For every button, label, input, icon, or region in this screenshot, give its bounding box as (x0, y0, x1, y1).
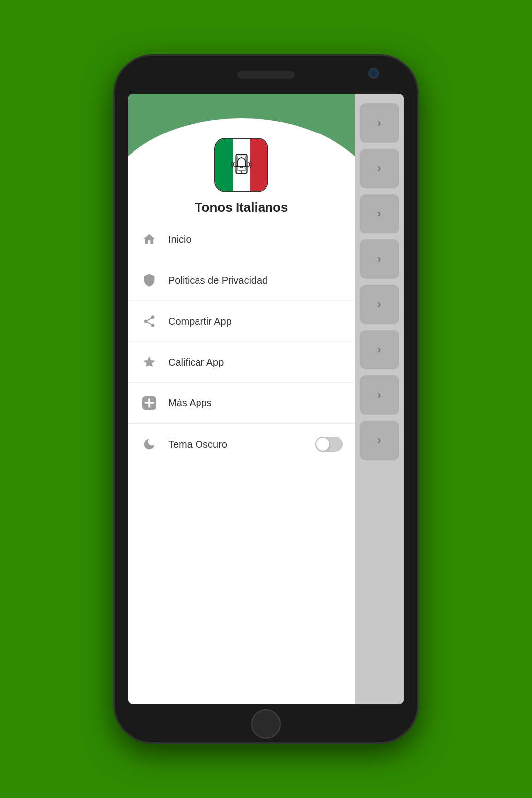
moon-icon (140, 435, 159, 454)
app-logo (214, 138, 268, 192)
home-icon (140, 230, 159, 249)
shield-icon (140, 271, 159, 290)
menu-label-privacidad: Politicas de Privacidad (168, 275, 267, 286)
phone-frame: Tonos Italianos Inicio (113, 54, 419, 744)
app-title-section: Tonos Italianos (128, 192, 355, 219)
right-arrow-7: › (377, 389, 381, 401)
phone-top-bar (113, 54, 419, 94)
plus-icon (140, 394, 159, 412)
menu-item-calificar[interactable]: Calificar App (128, 342, 355, 383)
menu-label-inicio: Inicio (168, 234, 192, 245)
menu-item-privacidad[interactable]: Politicas de Privacidad (128, 260, 355, 301)
right-panel-item-2[interactable]: › (360, 149, 399, 188)
share-icon (140, 312, 159, 331)
menu-item-compartir[interactable]: Compartir App (128, 301, 355, 342)
tema-oscuro-toggle[interactable] (315, 437, 343, 452)
right-arrow-6: › (377, 343, 381, 356)
right-arrow-8: › (377, 434, 381, 447)
menu-item-inicio[interactable]: Inicio (128, 219, 355, 260)
svg-point-5 (240, 171, 242, 172)
app-title: Tonos Italianos (195, 200, 288, 215)
right-panel-item-3[interactable]: › (360, 194, 399, 233)
menu-label-compartir: Compartir App (168, 316, 232, 327)
menu-label-mas-apps: Más Apps (168, 398, 212, 409)
right-panel-item-5[interactable]: › (360, 285, 399, 324)
menu-label-calificar: Calificar App (168, 357, 224, 368)
star-icon (140, 353, 159, 371)
right-panel-item-6[interactable]: › (360, 330, 399, 369)
front-camera (368, 68, 379, 79)
toggle-knob (316, 438, 329, 451)
right-panel-item-1[interactable]: › (360, 103, 399, 143)
right-arrow-3: › (377, 207, 381, 220)
tema-oscuro-section: Tema Oscuro (128, 424, 355, 465)
menu-item-mas-apps[interactable]: Más Apps (128, 383, 355, 424)
header-section (128, 94, 355, 192)
right-arrow-5: › (377, 298, 381, 311)
home-button[interactable] (251, 709, 281, 739)
right-panel-item-7[interactable]: › (360, 375, 399, 415)
tema-oscuro-label: Tema Oscuro (168, 439, 315, 450)
menu-list: Inicio Politicas de Privacidad (128, 219, 355, 704)
speaker-grille (236, 69, 296, 79)
right-arrow-2: › (377, 162, 381, 175)
right-arrow-1: › (377, 117, 381, 130)
right-arrow-4: › (377, 253, 381, 266)
screen-wrapper: Tonos Italianos Inicio (128, 94, 404, 704)
right-panel-item-4[interactable]: › (360, 239, 399, 279)
right-panel-item-8[interactable]: › (360, 421, 399, 460)
right-panel: › › › › › › › › (355, 94, 404, 704)
main-panel: Tonos Italianos Inicio (128, 94, 355, 704)
app-logo-container (128, 138, 355, 192)
phone-bottom-bar (113, 704, 419, 744)
